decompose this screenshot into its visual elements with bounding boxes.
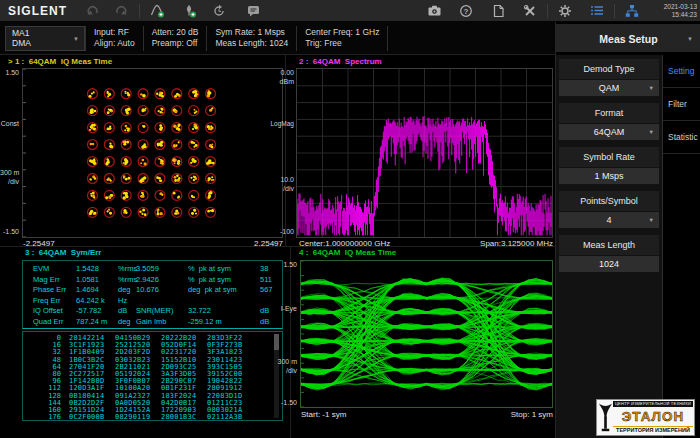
hex-group: 08290119 [115,414,150,421]
menu-item-value[interactable]: 1024 [559,256,659,272]
tab-statistic[interactable]: Statistic [663,121,700,154]
symbol-hex-table[interactable]: 02814221404150B2920222B20283D3F22163C1F1… [22,331,283,421]
tab-filter[interactable]: Filter [663,88,700,121]
sidebar-header[interactable]: Meas Setup ▼ [556,24,700,54]
dropdown-caret-icon: ▼ [649,124,654,140]
spectrum-plot[interactable] [296,68,553,238]
hex-group: 02112A3B [207,414,242,421]
sidebar-menu: Demod TypeQAM▼Format64QAM▼Symbol Rate1 M… [556,55,662,438]
symerr-row: IQ Offset-57.782dBSNR(MER)32.722dB [23,306,282,317]
p4-ref-top: 1.50 [274,261,297,269]
history-restore-icon[interactable] [208,3,230,19]
symerr-cell: %rms [118,275,137,285]
status-line: Align: Auto [94,38,135,49]
symerr-table: EVM1.5428%rms3.5059% pk at sym38Mag Err1… [22,260,283,329]
symerr-cell: dB [118,306,127,316]
file-icon[interactable] [487,3,509,19]
symerr-row: Mag Err1.0581%rms2.9426% pk at sym511 [23,275,282,286]
p1-scale-per-div-unit: /div [0,178,19,186]
eye-diagram-plot[interactable] [300,260,553,408]
screenshot-camera-icon[interactable] [423,3,445,19]
constellation-plot[interactable] [22,68,283,238]
panel4-titlebar[interactable]: 4 : 64QAM IQ Meas Time [299,248,396,257]
hex-row: 112120D3A1F10100A200B1F231F28091912 [23,385,282,392]
p4-trace-format: I-Eye [274,305,297,313]
p4-ref-bottom: -1.50 [274,399,297,407]
limit-line-add-icon[interactable] [146,3,168,19]
p2-ref-bottom: -100 [270,228,294,236]
hex-row: 961F142B0D3F0F0B072B290C0719042822 [23,378,282,385]
symerr-row: Phase Err1.4694deg10.676deg pk at sym567 [23,285,282,296]
meas-setup-sidebar: Meas Setup ▼ Demod TypeQAM▼Format64QAM▼S… [555,22,700,438]
sidebar-title: Meas Setup [599,33,657,45]
menu-item-label: Meas Length [559,235,659,255]
menu-item-format: Format64QAM▼ [559,103,659,140]
hex-row: 163C1F192325212520052D0F140F3F273B [23,342,282,349]
menu-item-value[interactable]: QAM▼ [559,80,659,96]
p2-scale-per-div: 10.0 [270,176,294,184]
panel3-titlebar[interactable]: 3 : 64QAM Sym/Err [25,248,101,257]
symerr-cell: EVM [33,264,49,274]
p4-scale-per-div-unit: /div [274,367,297,375]
symerr-cell: dB [260,317,269,327]
menu-item-demod-type: Demod TypeQAM▼ [559,59,659,96]
hex-row: 481B0C3B2C03032B2315152B1023011423 [23,357,282,364]
symerr-cell: deg [118,317,131,327]
panel4-title: 4 : 64QAM IQ Meas Time [299,248,396,257]
panel2-titlebar[interactable]: 2 : 64QAM Spectrum [299,57,382,66]
p1-ref-top: 1.50 [0,69,19,77]
svg-text:?: ? [464,6,469,15]
symerr-cell: deg [118,285,131,295]
menu-item-label: Symbol Rate [559,147,659,167]
panel3-title: 3 : 64QAM Sym/Err [25,248,101,257]
hex-row: 16029151D241D24152A172209030803021A [23,407,282,414]
settings-gear-icon[interactable] [554,3,576,19]
help-icon[interactable]: ? [455,3,477,19]
symerr-cell: 1.4694 [76,285,99,295]
p4-scale-per-div: 300 m [274,358,297,366]
symerr-cell: Gain Imb [136,317,166,327]
symerr-cell: dB [260,306,269,316]
panel1-title: 1 : 64QAM IQ Meas Time [13,57,112,66]
status-group-2: Atten: 20 dBPreamp: Off [144,27,207,49]
hex-scrollbar-thumb[interactable] [274,334,279,350]
symerr-cell: Phase Err [33,285,66,295]
constellation-trace [23,69,282,237]
etalon-logo-icon [598,401,613,434]
menu-item-value[interactable]: 64QAM▼ [559,124,659,140]
status-group-3: Sym Rate: 1 MspsMeas Length: 1024 [207,27,296,49]
hex-row: 02814221404150B2920222B20283D3F22 [23,335,282,342]
hex-row: 802C272517051920243A3F3D0539152C00 [23,371,282,378]
menu-list-icon[interactable] [586,3,608,19]
menu-item-label: Demod Type [559,59,659,79]
symerr-cell: -259.12 m [188,317,222,327]
status-line: Sym Rate: 1 Msps [215,27,288,38]
panel-divider [290,246,291,438]
network-lan-icon[interactable] [621,3,643,19]
dropdown-caret-icon: ▼ [687,24,693,54]
annotation-icon[interactable] [242,3,264,19]
undo-icon[interactable] [81,3,103,19]
tools-icon[interactable] [519,3,541,19]
p2-ref-unit: dBm [270,78,294,86]
menu-item-value[interactable]: 1 Msps [559,168,659,184]
panel1-titlebar[interactable]: > 1 : 64QAM IQ Meas Time [8,57,112,66]
p1-x-left: -2.25497 [23,239,55,248]
tab-setting[interactable]: Setting [663,55,700,88]
hex-group: 28001B3C [161,414,196,421]
mode-selector-dropdown[interactable]: MA1 DMA ▼ [5,26,85,51]
symerr-cell: %rms [118,264,137,274]
eye-diagram-trace [301,261,552,407]
menu-item-points-symbol: Points/Symbol4▼ [559,191,659,228]
marker-add-icon[interactable] [178,3,200,19]
symerr-cell: 3.5059 [136,264,159,274]
status-line: Center Freq: 1 GHz [305,27,379,38]
redo-icon[interactable] [111,3,133,19]
menu-item-value[interactable]: 4▼ [559,212,659,228]
hex-row: 321F1B04092D203F2D022317203F3A1823 [23,349,282,356]
status-separator [387,26,388,51]
p4-x-start: Start: -1 sym [301,410,346,419]
menu-item-label: Format [559,103,659,123]
analyzer-screen: SIGLENT ? [0,0,700,438]
symerr-cell: 567 [260,285,273,295]
